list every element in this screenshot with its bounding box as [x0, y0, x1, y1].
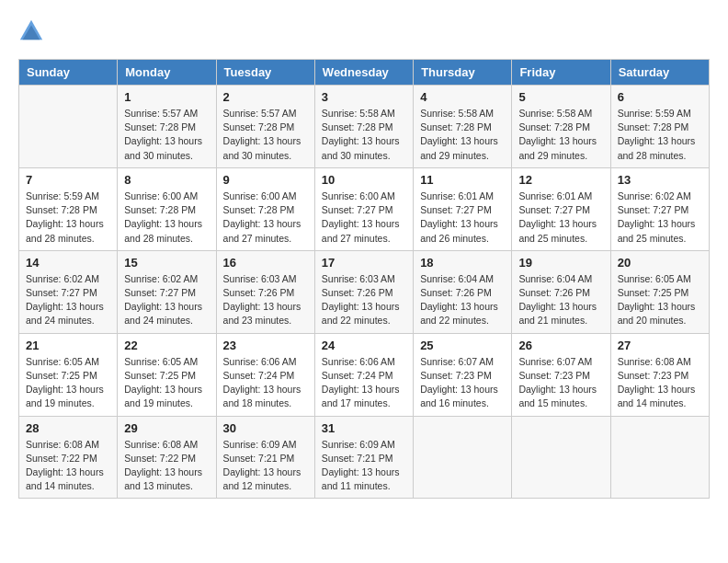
day-info: Sunrise: 6:05 AM Sunset: 7:25 PM Dayligh…: [124, 355, 209, 411]
calendar-cell: 13Sunrise: 6:02 AM Sunset: 7:27 PM Dayli…: [610, 167, 709, 250]
calendar-cell: 24Sunrise: 6:06 AM Sunset: 7:24 PM Dayli…: [314, 333, 413, 416]
day-number: 20: [618, 256, 702, 270]
calendar-cell: 15Sunrise: 6:02 AM Sunset: 7:27 PM Dayli…: [118, 250, 216, 333]
calendar-cell: 17Sunrise: 6:03 AM Sunset: 7:26 PM Dayli…: [314, 250, 413, 333]
day-info: Sunrise: 6:09 AM Sunset: 7:21 PM Dayligh…: [322, 438, 406, 494]
header-row: SundayMondayTuesdayWednesdayThursdayFrid…: [19, 60, 710, 86]
day-number: 28: [26, 421, 110, 435]
calendar-cell: 31Sunrise: 6:09 AM Sunset: 7:21 PM Dayli…: [314, 416, 413, 499]
calendar-cell: [19, 86, 118, 168]
calendar-week-3: 14Sunrise: 6:02 AM Sunset: 7:27 PM Dayli…: [19, 250, 710, 333]
day-number: 2: [223, 90, 308, 104]
day-number: 16: [223, 256, 308, 270]
day-info: Sunrise: 6:08 AM Sunset: 7:23 PM Dayligh…: [618, 355, 702, 411]
day-number: 11: [420, 173, 505, 187]
calendar-cell: 4Sunrise: 5:58 AM Sunset: 7:28 PM Daylig…: [414, 86, 512, 168]
day-number: 27: [618, 339, 702, 352]
weekday-header-sunday: Sunday: [19, 60, 118, 86]
day-info: Sunrise: 6:05 AM Sunset: 7:25 PM Dayligh…: [26, 355, 110, 411]
day-number: 31: [322, 421, 406, 435]
day-info: Sunrise: 6:00 AM Sunset: 7:27 PM Dayligh…: [322, 190, 406, 246]
calendar-cell: 29Sunrise: 6:08 AM Sunset: 7:22 PM Dayli…: [118, 416, 216, 499]
day-info: Sunrise: 6:02 AM Sunset: 7:27 PM Dayligh…: [124, 272, 209, 328]
day-info: Sunrise: 6:08 AM Sunset: 7:22 PM Dayligh…: [124, 438, 209, 494]
day-info: Sunrise: 5:59 AM Sunset: 7:28 PM Dayligh…: [618, 107, 702, 163]
day-number: 6: [618, 90, 702, 104]
day-number: 10: [322, 173, 406, 187]
day-number: 30: [223, 421, 308, 435]
calendar-cell: 9Sunrise: 6:00 AM Sunset: 7:28 PM Daylig…: [216, 167, 314, 250]
day-info: Sunrise: 6:05 AM Sunset: 7:25 PM Dayligh…: [618, 272, 702, 328]
day-number: 26: [518, 339, 603, 352]
calendar-cell: 10Sunrise: 6:00 AM Sunset: 7:27 PM Dayli…: [314, 167, 413, 250]
day-number: 7: [26, 173, 110, 187]
logo: [18, 18, 48, 44]
calendar-cell: 28Sunrise: 6:08 AM Sunset: 7:22 PM Dayli…: [19, 416, 118, 499]
weekday-header-monday: Monday: [118, 60, 216, 86]
day-info: Sunrise: 5:58 AM Sunset: 7:28 PM Dayligh…: [518, 107, 603, 163]
weekday-header-wednesday: Wednesday: [314, 60, 413, 86]
day-info: Sunrise: 6:00 AM Sunset: 7:28 PM Dayligh…: [124, 190, 209, 246]
day-info: Sunrise: 5:58 AM Sunset: 7:28 PM Dayligh…: [322, 107, 406, 163]
calendar-cell: 6Sunrise: 5:59 AM Sunset: 7:28 PM Daylig…: [610, 86, 709, 168]
day-number: 4: [420, 90, 505, 104]
day-number: 12: [518, 173, 603, 187]
day-info: Sunrise: 6:04 AM Sunset: 7:26 PM Dayligh…: [518, 272, 603, 328]
calendar-cell: [610, 416, 709, 499]
calendar-cell: 7Sunrise: 5:59 AM Sunset: 7:28 PM Daylig…: [19, 167, 118, 250]
day-info: Sunrise: 6:03 AM Sunset: 7:26 PM Dayligh…: [322, 272, 406, 328]
day-number: 13: [618, 173, 702, 187]
day-info: Sunrise: 6:07 AM Sunset: 7:23 PM Dayligh…: [420, 355, 505, 411]
day-number: 15: [124, 256, 209, 270]
day-number: 18: [420, 256, 505, 270]
day-number: 5: [518, 90, 603, 104]
day-info: Sunrise: 6:02 AM Sunset: 7:27 PM Dayligh…: [618, 190, 702, 246]
day-info: Sunrise: 6:01 AM Sunset: 7:27 PM Dayligh…: [518, 190, 603, 246]
calendar-cell: 2Sunrise: 5:57 AM Sunset: 7:28 PM Daylig…: [216, 86, 314, 168]
calendar-week-2: 7Sunrise: 5:59 AM Sunset: 7:28 PM Daylig…: [19, 167, 710, 250]
calendar-cell: 16Sunrise: 6:03 AM Sunset: 7:26 PM Dayli…: [216, 250, 314, 333]
day-number: 3: [322, 90, 406, 104]
day-info: Sunrise: 5:57 AM Sunset: 7:28 PM Dayligh…: [223, 107, 308, 163]
weekday-header-saturday: Saturday: [610, 60, 709, 86]
day-info: Sunrise: 6:01 AM Sunset: 7:27 PM Dayligh…: [420, 190, 505, 246]
day-number: 8: [124, 173, 209, 187]
logo-icon: [18, 18, 44, 44]
day-number: 23: [223, 339, 308, 352]
day-info: Sunrise: 6:07 AM Sunset: 7:23 PM Dayligh…: [518, 355, 603, 411]
calendar-cell: 8Sunrise: 6:00 AM Sunset: 7:28 PM Daylig…: [118, 167, 216, 250]
calendar-cell: 12Sunrise: 6:01 AM Sunset: 7:27 PM Dayli…: [512, 167, 610, 250]
calendar-cell: 22Sunrise: 6:05 AM Sunset: 7:25 PM Dayli…: [118, 333, 216, 416]
day-info: Sunrise: 6:06 AM Sunset: 7:24 PM Dayligh…: [322, 355, 406, 411]
calendar-cell: 23Sunrise: 6:06 AM Sunset: 7:24 PM Dayli…: [216, 333, 314, 416]
day-number: 9: [223, 173, 308, 187]
page-header: [18, 18, 710, 44]
calendar-cell: 5Sunrise: 5:58 AM Sunset: 7:28 PM Daylig…: [512, 86, 610, 168]
calendar-cell: 20Sunrise: 6:05 AM Sunset: 7:25 PM Dayli…: [610, 250, 709, 333]
calendar-cell: 26Sunrise: 6:07 AM Sunset: 7:23 PM Dayli…: [512, 333, 610, 416]
weekday-header-friday: Friday: [512, 60, 610, 86]
calendar-cell: 1Sunrise: 5:57 AM Sunset: 7:28 PM Daylig…: [118, 86, 216, 168]
calendar-week-4: 21Sunrise: 6:05 AM Sunset: 7:25 PM Dayli…: [19, 333, 710, 416]
calendar-cell: 27Sunrise: 6:08 AM Sunset: 7:23 PM Dayli…: [610, 333, 709, 416]
day-info: Sunrise: 5:58 AM Sunset: 7:28 PM Dayligh…: [420, 107, 505, 163]
day-info: Sunrise: 5:59 AM Sunset: 7:28 PM Dayligh…: [26, 190, 110, 246]
calendar-cell: 14Sunrise: 6:02 AM Sunset: 7:27 PM Dayli…: [19, 250, 118, 333]
day-number: 29: [124, 421, 209, 435]
calendar-cell: [414, 416, 512, 499]
calendar-cell: 30Sunrise: 6:09 AM Sunset: 7:21 PM Dayli…: [216, 416, 314, 499]
weekday-header-tuesday: Tuesday: [216, 60, 314, 86]
day-number: 24: [322, 339, 406, 352]
day-number: 19: [518, 256, 603, 270]
calendar-cell: 25Sunrise: 6:07 AM Sunset: 7:23 PM Dayli…: [414, 333, 512, 416]
day-info: Sunrise: 6:02 AM Sunset: 7:27 PM Dayligh…: [26, 272, 110, 328]
day-number: 25: [420, 339, 505, 352]
calendar-cell: 3Sunrise: 5:58 AM Sunset: 7:28 PM Daylig…: [314, 86, 413, 168]
calendar-cell: 18Sunrise: 6:04 AM Sunset: 7:26 PM Dayli…: [414, 250, 512, 333]
day-number: 1: [124, 90, 209, 104]
day-info: Sunrise: 6:09 AM Sunset: 7:21 PM Dayligh…: [223, 438, 308, 494]
day-info: Sunrise: 6:06 AM Sunset: 7:24 PM Dayligh…: [223, 355, 308, 411]
calendar-week-5: 28Sunrise: 6:08 AM Sunset: 7:22 PM Dayli…: [19, 416, 710, 499]
day-number: 14: [26, 256, 110, 270]
calendar-cell: 11Sunrise: 6:01 AM Sunset: 7:27 PM Dayli…: [414, 167, 512, 250]
